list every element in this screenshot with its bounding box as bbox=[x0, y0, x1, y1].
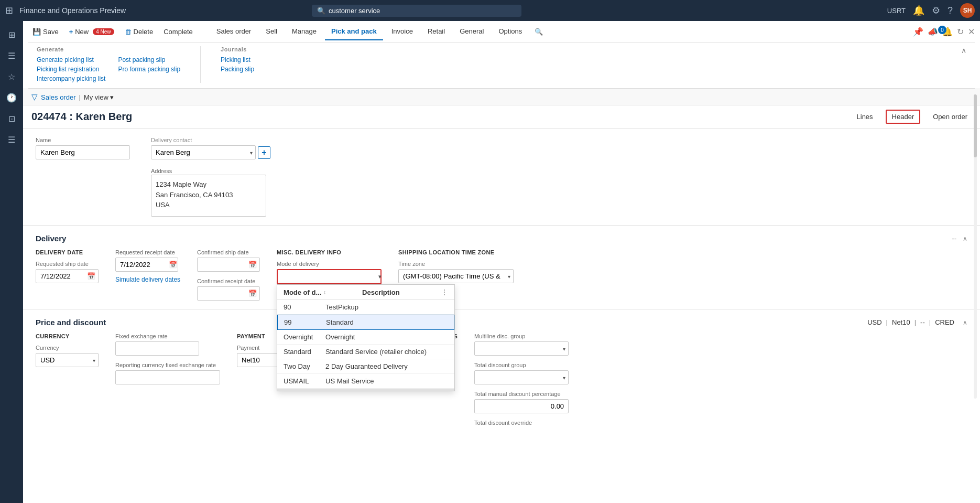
app-title: Finance and Operations Preview bbox=[19, 6, 126, 15]
packing-slip-journal[interactable]: Packing slip bbox=[221, 65, 254, 73]
page-actions: Lines Header Open order bbox=[853, 110, 972, 124]
sidebar-item-list[interactable]: ☰ bbox=[2, 130, 21, 149]
tab-sell[interactable]: Sell bbox=[259, 23, 284, 40]
tag-usd: USD bbox=[867, 318, 881, 326]
tab-invoice[interactable]: Invoice bbox=[385, 23, 419, 40]
search-ribbon-icon[interactable]: 🔍 bbox=[535, 28, 543, 36]
currency-select[interactable]: USD bbox=[36, 353, 99, 367]
save-button[interactable]: 💾 Save bbox=[28, 26, 63, 38]
mode-delivery-dropdown-btn[interactable]: ▾ bbox=[374, 271, 386, 283]
top-navbar: ⊞ Finance and Operations Preview 🔍 USRT … bbox=[0, 0, 980, 21]
sidebar-item-home[interactable]: ⊞ bbox=[2, 25, 21, 44]
journals-group: Journals Picking list Packing slip bbox=[221, 46, 254, 83]
delete-icon: 🗑 bbox=[125, 28, 132, 36]
breadcrumb-separator: | bbox=[79, 93, 80, 101]
save-icon: 💾 bbox=[32, 28, 41, 36]
option-99[interactable]: 99 Standard bbox=[277, 315, 454, 330]
sort-icon[interactable]: ↕ bbox=[323, 290, 326, 295]
scrollbar-thumb[interactable] bbox=[974, 94, 977, 157]
view-selector[interactable]: My view ▾ bbox=[84, 93, 114, 101]
section-actions: -- ∧ bbox=[952, 234, 967, 242]
calendar-icon[interactable]: 📅 bbox=[87, 272, 95, 280]
picking-list-registration[interactable]: Picking list registration bbox=[37, 65, 105, 73]
post-packing-slip[interactable]: Post packing slip bbox=[118, 56, 180, 64]
customer-dropdown[interactable]: Karen Berg bbox=[151, 145, 256, 159]
address-line2: San Francisco, CA 94103 bbox=[156, 190, 262, 200]
requested-ship-input-wrap: 📅 bbox=[36, 269, 99, 283]
delivery-collapse-icon[interactable]: ∧ bbox=[963, 235, 967, 242]
filter-icon[interactable]: ▽ bbox=[31, 92, 38, 102]
tab-pick-and-pack[interactable]: Pick and pack bbox=[325, 23, 383, 40]
timezone-select[interactable]: (GMT-08:00) Pacific Time (US & ... bbox=[398, 269, 514, 283]
tab-manage[interactable]: Manage bbox=[286, 23, 323, 40]
notification-icon[interactable]: 🔔 bbox=[913, 5, 924, 16]
sidebar-item-star[interactable]: ☆ bbox=[2, 67, 21, 86]
fixed-rate-input[interactable] bbox=[115, 341, 199, 356]
multiline-disc-field: Multiline disc. group ▾ Total discount g… bbox=[474, 333, 569, 426]
reporting-rate-input[interactable] bbox=[115, 370, 220, 384]
tab-retail[interactable]: Retail bbox=[421, 23, 451, 40]
breadcrumb[interactable]: Sales order bbox=[41, 93, 75, 101]
option-twoday[interactable]: Two Day 2 Day Guaranteed Delivery bbox=[277, 359, 454, 374]
price-tags: USD | Net10 | -- | CRED ∧ bbox=[867, 318, 967, 326]
panel-collapse-icon[interactable]: ∧ bbox=[961, 46, 966, 55]
intercompany-picking-list[interactable]: Intercompany picking list bbox=[37, 74, 105, 83]
help-icon[interactable]: ? bbox=[948, 5, 953, 16]
search-input[interactable] bbox=[329, 7, 516, 15]
close-icon[interactable]: ✕ bbox=[968, 27, 975, 37]
multiline-disc-wrap: ▾ bbox=[474, 341, 569, 356]
complete-button[interactable]: Complete bbox=[159, 26, 197, 38]
grid-icon[interactable]: ⊞ bbox=[5, 5, 13, 16]
content-area: 💾 Save + New 4 New 🗑 Delete Complete bbox=[23, 21, 980, 503]
open-order-button[interactable]: Open order bbox=[929, 111, 972, 123]
pro-forma-packing-slip[interactable]: Pro forma packing slip bbox=[118, 65, 180, 73]
sidebar-item-menu[interactable]: ☰ bbox=[2, 46, 21, 65]
generate-picking-list[interactable]: Generate picking list bbox=[37, 56, 105, 64]
calendar-icon2[interactable]: 📅 bbox=[169, 261, 177, 269]
multiline-disc-select[interactable] bbox=[474, 341, 569, 356]
tab-general[interactable]: General bbox=[453, 23, 490, 40]
search-bar[interactable]: 🔍 bbox=[312, 5, 521, 17]
mode-delivery-input[interactable]: ▾ bbox=[277, 269, 382, 284]
user-avatar[interactable]: SH bbox=[960, 3, 975, 18]
picking-list-journal[interactable]: Picking list bbox=[221, 56, 254, 64]
nav-icons: USRT 🔔 ⚙ ? SH bbox=[887, 3, 975, 18]
generate-col1: Generate picking list Picking list regis… bbox=[37, 56, 105, 83]
settings-icon[interactable]: ⚙ bbox=[932, 5, 940, 16]
sidebar-item-recent[interactable]: 🕐 bbox=[2, 88, 21, 107]
option-90[interactable]: 90 TestPickup bbox=[277, 300, 454, 315]
tab-sales-order[interactable]: Sales order bbox=[210, 23, 257, 40]
header-button[interactable]: Header bbox=[886, 110, 921, 124]
new-badge: 4 New bbox=[93, 28, 114, 35]
dropdown-more-icon[interactable]: ⋮ bbox=[441, 288, 448, 296]
total-disc-label: Total discount group bbox=[474, 362, 569, 368]
address-box: 1234 Maple Way San Francisco, CA 94103 U… bbox=[151, 175, 266, 217]
delivery-section-title: Delivery bbox=[36, 234, 66, 243]
tag-net10: Net10 bbox=[892, 318, 910, 326]
new-button[interactable]: + New 4 New bbox=[65, 26, 118, 38]
option-standard[interactable]: Standard Standard Service (retailer choi… bbox=[277, 345, 454, 359]
shipping-tz-field: SHIPPING LOCATION TIME ZONE Time zone (G… bbox=[398, 249, 514, 283]
lines-button[interactable]: Lines bbox=[853, 111, 877, 123]
speaker-icon[interactable]: 📣 bbox=[928, 27, 938, 37]
price-collapse-icon[interactable]: ∧ bbox=[963, 319, 967, 326]
pin-icon[interactable]: 📌 bbox=[913, 27, 923, 37]
add-customer-button[interactable]: + bbox=[258, 146, 270, 159]
fixed-rate-field: Fixed exchange rate Reporting currency f… bbox=[115, 333, 220, 384]
calendar-icon4[interactable]: 📅 bbox=[248, 290, 257, 297]
total-disc-wrap: ▾ bbox=[474, 370, 569, 384]
user-label: USRT bbox=[887, 7, 906, 15]
total-manual-input[interactable] bbox=[474, 399, 569, 413]
option-overnight[interactable]: Overnight Overnight bbox=[277, 330, 454, 345]
tab-options[interactable]: Options bbox=[492, 23, 528, 40]
delivery-contact-field: Delivery contact Karen Berg ▾ + Address bbox=[151, 137, 270, 217]
name-input[interactable] bbox=[36, 145, 130, 159]
total-disc-select[interactable] bbox=[474, 370, 569, 384]
simulate-link[interactable]: Simulate delivery dates bbox=[115, 276, 180, 283]
option-usmail[interactable]: USMAIL US Mail Service bbox=[277, 374, 454, 389]
delete-button[interactable]: 🗑 Delete bbox=[121, 26, 158, 38]
sidebar-item-workspace[interactable]: ⊡ bbox=[2, 109, 21, 128]
refresh-icon[interactable]: ↻ bbox=[957, 27, 964, 37]
calendar-icon3[interactable]: 📅 bbox=[248, 261, 257, 269]
mode-delivery-text[interactable] bbox=[278, 270, 374, 283]
